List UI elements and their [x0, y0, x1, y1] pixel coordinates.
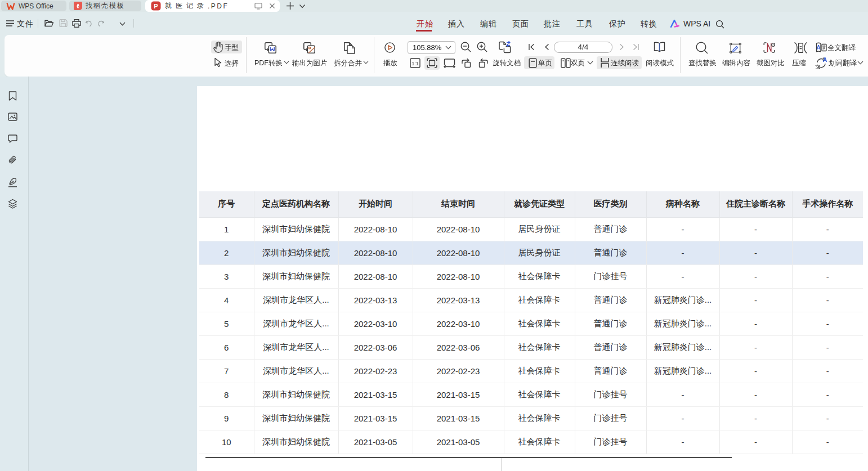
svg-text:A: A	[817, 44, 821, 51]
svg-text:1:1: 1:1	[412, 61, 419, 66]
svg-text:A: A	[823, 57, 827, 63]
svg-text:文: 文	[815, 64, 820, 69]
svg-text:P: P	[154, 3, 158, 10]
